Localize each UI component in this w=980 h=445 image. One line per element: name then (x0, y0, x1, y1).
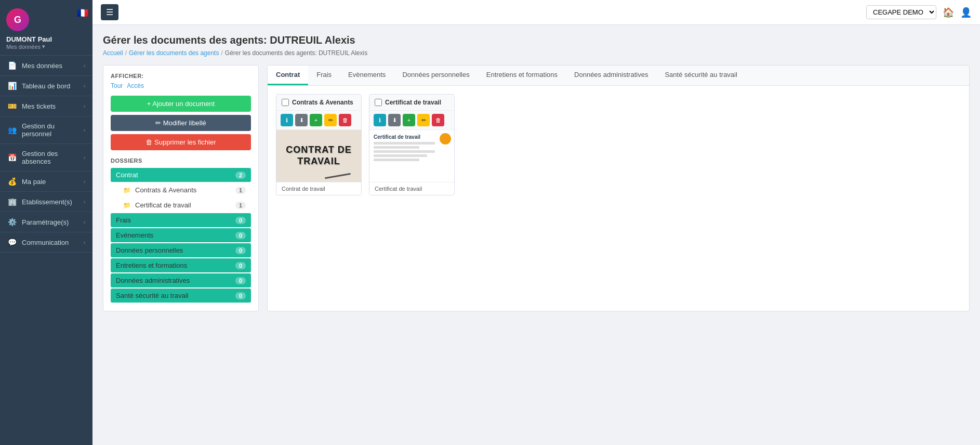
breadcrumb: Accueil / Gérer les documents des agents… (103, 49, 970, 57)
doc-actions-contrats: ℹ ⬇ + ✏ 🗑 (276, 111, 361, 130)
dossier-contrat[interactable]: Contrat 2 (111, 168, 251, 182)
doc-footer-certificat: Certificat de travail (369, 182, 454, 195)
file-icon: 📄 (7, 61, 17, 70)
home-icon[interactable]: 🏠 (943, 7, 954, 18)
chart-icon: 📊 (7, 82, 17, 90)
sidebar-item-communication[interactable]: 💬 Communication › (0, 232, 92, 253)
afficher-tour-link[interactable]: Tour (111, 82, 123, 89)
sidebar-item-mes-donnees[interactable]: 📄 Mes données › (0, 56, 92, 76)
breadcrumb-accueil[interactable]: Accueil (103, 49, 123, 57)
chevron-right-icon: › (84, 219, 85, 225)
demo-selector[interactable]: CEGAPE DEMO (866, 5, 936, 19)
doc-action-add-btn-cert[interactable]: + (403, 114, 415, 126)
sidebar-profile: G DUMONT Paul Mes données ▾ 🇫🇷 (0, 0, 92, 56)
chevron-right-icon: › (84, 63, 85, 69)
sidebar-item-etablissements[interactable]: 🏢 Etablissement(s) › (0, 192, 92, 212)
doc-action-info-btn[interactable]: ℹ (281, 114, 293, 126)
sidebar-username: DUMONT Paul (6, 35, 52, 43)
main-area: ☰ CEGAPE DEMO 🏠 👤 Gérer les documents de… (92, 0, 980, 445)
tab-sante-securite[interactable]: Santé sécurité au travail (656, 66, 745, 85)
dossier-donnees-personnelles[interactable]: Données personnelles 0 (111, 243, 251, 257)
chevron-right-icon: › (84, 240, 85, 245)
dossier-count-donnees-personnelles: 0 (235, 247, 246, 254)
cert-title-text: Certificat de travail (374, 134, 450, 140)
chevron-right-icon: › (84, 127, 85, 133)
doc-action-delete-btn[interactable]: 🗑 (339, 114, 351, 126)
calendar-icon: 📅 (7, 153, 17, 162)
folder-icon: 📁 (123, 187, 131, 194)
tab-donnees-administratives[interactable]: Données administratives (566, 66, 656, 85)
doc-action-download-btn[interactable]: ⬇ (295, 114, 308, 126)
gear-icon: ⚙️ (7, 218, 17, 226)
doc-card-header-certificat: Certificat de travail (369, 95, 454, 111)
sidebar-item-tableau-de-bord[interactable]: 📊 Tableau de bord › (0, 76, 92, 96)
dossier-count-evenements: 0 (235, 232, 246, 239)
dossier-entretiens-formations[interactable]: Entretiens et formations 0 (111, 258, 251, 272)
tab-contrat[interactable]: Contrat (268, 66, 308, 85)
tab-entretiens-formations[interactable]: Entretiens et formations (478, 66, 566, 85)
dossier-count-donnees-administratives: 0 (235, 277, 246, 284)
dossier-contrats-avenants[interactable]: 📁 Contrats & Avenants 1 (111, 183, 251, 197)
avatar: G (6, 8, 29, 31)
dossier-count-frais: 0 (235, 217, 246, 224)
content-area: Gérer les documents des agents: DUTREUIL… (92, 25, 980, 445)
doc-action-add-btn[interactable]: + (310, 114, 322, 126)
topbar-left: ☰ (101, 4, 118, 20)
sidebar-item-parametrage[interactable]: ⚙️ Paramétrage(s) › (0, 212, 92, 232)
content-body: AFFICHER: Tour Accès + Ajouter un docume… (103, 65, 970, 311)
doc-action-delete-btn-cert[interactable]: 🗑 (432, 114, 444, 126)
menu-toggle-button[interactable]: ☰ (101, 4, 118, 20)
users-icon: 👥 (7, 126, 17, 134)
doc-thumbnail-contrats: CONTRAT DETRAVAIL (276, 130, 361, 182)
cert-badge (440, 133, 451, 145)
doc-checkbox-certificat[interactable] (375, 99, 382, 106)
sidebar-mes-donnees-link[interactable]: Mes données ▾ (6, 43, 45, 50)
page-title: Gérer les documents des agents: DUTREUIL… (103, 34, 970, 46)
chat-icon: 💬 (7, 238, 17, 246)
dossier-count-sante-securite: 0 (235, 292, 246, 299)
doc-card-certificat[interactable]: Certificat de travail ℹ ⬇ + ✏ 🗑 (369, 94, 455, 195)
money-icon: 💰 (7, 177, 17, 186)
doc-action-download-btn-cert[interactable]: ⬇ (388, 114, 401, 126)
breadcrumb-gerer-documents[interactable]: Gérer les documents des agents (129, 49, 219, 57)
chevron-right-icon: › (84, 155, 85, 161)
doc-title-certificat: Certificat de travail (385, 99, 449, 106)
dossier-evenements[interactable]: Evénements 0 (111, 228, 251, 242)
dossier-frais[interactable]: Frais 0 (111, 213, 251, 227)
sidebar-item-gestion-absences[interactable]: 📅 Gestion des absences › (0, 144, 92, 172)
afficher-links: Tour Accès (111, 82, 251, 89)
add-document-button[interactable]: + Ajouter un document (111, 96, 251, 112)
doc-action-info-btn-cert[interactable]: ℹ (374, 114, 386, 126)
tab-donnees-personnelles[interactable]: Données personnelles (394, 66, 478, 85)
sidebar-item-ma-paie[interactable]: 💰 Ma paie › (0, 172, 92, 192)
user-icon[interactable]: 👤 (960, 7, 972, 18)
doc-actions-certificat: ℹ ⬇ + ✏ 🗑 (369, 111, 454, 130)
doc-checkbox-contrats[interactable] (282, 99, 289, 106)
sidebar-item-mes-tickets[interactable]: 🎫 Mes tickets › (0, 96, 92, 116)
dossier-sante-securite[interactable]: Santé sécurité au travail 0 (111, 289, 251, 303)
tab-frais[interactable]: Frais (308, 66, 340, 85)
tabs-bar: Contrat Frais Evènements Données personn… (268, 66, 969, 86)
supprimer-fichier-button[interactable]: 🗑 Supprimer les fichier (111, 134, 251, 150)
tab-evenements[interactable]: Evènements (340, 66, 394, 85)
folder-icon: 📁 (123, 202, 131, 209)
topbar: ☰ CEGAPE DEMO 🏠 👤 (92, 0, 980, 25)
right-panel: Contrat Frais Evènements Données personn… (267, 65, 970, 311)
dossier-count-contrats-avenants: 1 (235, 187, 246, 194)
dossiers-label: DOSSIERS (111, 158, 251, 164)
chevron-right-icon: › (84, 103, 85, 109)
doc-action-edit-btn[interactable]: ✏ (324, 114, 337, 126)
building-icon: 🏢 (7, 198, 17, 206)
dossier-count-entretiens: 0 (235, 262, 246, 269)
tab-content-contrat: Contrats & Avenants ℹ ⬇ + ✏ 🗑 CONTRAT DE… (268, 86, 969, 204)
dossier-donnees-administratives[interactable]: Données administratives 0 (111, 273, 251, 287)
doc-card-contrats-avenants[interactable]: Contrats & Avenants ℹ ⬇ + ✏ 🗑 CONTRAT DE… (276, 94, 362, 195)
dossier-count-certificat: 1 (235, 202, 246, 209)
pen-decoration (325, 173, 351, 179)
doc-thumbnail-certificat: Certificat de travail (369, 130, 454, 182)
doc-action-edit-btn-cert[interactable]: ✏ (417, 114, 430, 126)
sidebar-item-gestion-personnel[interactable]: 👥 Gestion du personnel › (0, 116, 92, 144)
dossier-certificat-travail[interactable]: 📁 Certificat de travail 1 (111, 198, 251, 212)
modifier-libelle-button[interactable]: ✏ Modifier libellé (111, 115, 251, 131)
afficher-acces-link[interactable]: Accès (127, 82, 144, 89)
